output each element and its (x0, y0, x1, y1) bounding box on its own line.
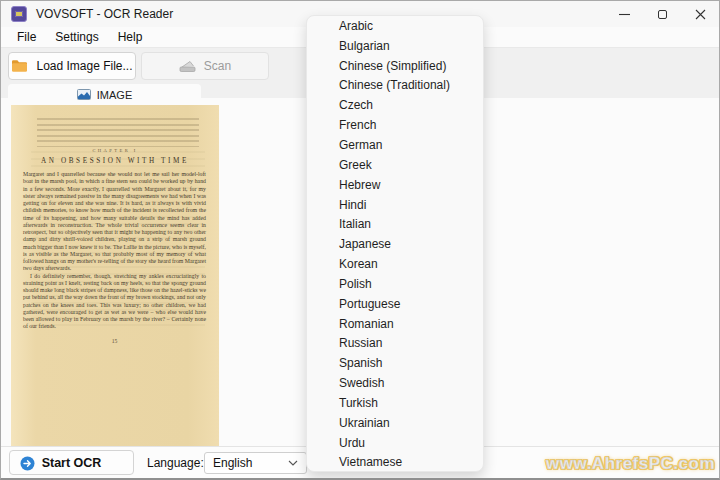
language-option[interactable]: Japanese (307, 234, 483, 254)
page-paragraph: Margaret and I quarrelled because she wo… (23, 171, 206, 273)
language-select-value: English (213, 456, 252, 470)
language-option[interactable]: Polish (307, 274, 483, 294)
minimize-icon (619, 9, 630, 20)
close-button[interactable] (681, 1, 719, 27)
chevron-down-icon (288, 460, 298, 466)
folder-icon (11, 59, 28, 73)
page-chapter-label: CHAPTER I (11, 148, 219, 153)
language-option[interactable]: Swedish (307, 373, 483, 393)
maximize-button[interactable] (643, 1, 681, 27)
language-option[interactable]: Hindi (307, 195, 483, 215)
start-arrow-icon (20, 456, 35, 471)
language-option[interactable]: Chinese (Simplified) (307, 56, 483, 76)
window-title: VOVSOFT - OCR Reader (36, 7, 173, 21)
image-icon (77, 89, 91, 100)
language-option[interactable]: Ukrainian (307, 413, 483, 433)
menu-item[interactable]: File (10, 30, 43, 44)
page-title: AN OBSESSION WITH TIME (11, 157, 219, 165)
language-option[interactable]: Portuguese (307, 294, 483, 314)
language-option[interactable]: Bulgarian (307, 36, 483, 56)
language-option[interactable]: German (307, 135, 483, 155)
scanner-icon (179, 60, 196, 73)
page-paragraph: I do definitely remember, though, stretc… (23, 273, 206, 331)
scan-label: Scan (204, 59, 231, 73)
load-image-label: Load Image File... (36, 59, 132, 73)
language-option[interactable]: Italian (307, 214, 483, 234)
page-bleedthrough (37, 118, 199, 147)
language-option[interactable]: Russian (307, 334, 483, 354)
language-select[interactable]: English (204, 452, 307, 474)
scanned-page: CHAPTER I AN OBSESSION WITH TIME Margare… (11, 105, 219, 446)
page-number: 15 (23, 338, 206, 344)
language-option[interactable]: Urdu (307, 433, 483, 453)
app-logo-icon (11, 6, 27, 22)
language-option[interactable]: Czech (307, 95, 483, 115)
language-label: Language: (147, 456, 204, 470)
language-option[interactable]: Hebrew (307, 175, 483, 195)
language-dropdown-list: ArabicBulgarianChinese (Simplified)Chine… (306, 15, 484, 472)
menu-item[interactable]: Settings (48, 30, 105, 44)
watermark: www.AhrefsPC.com (546, 454, 715, 474)
language-option[interactable]: Greek (307, 155, 483, 175)
language-option[interactable]: Turkish (307, 393, 483, 413)
language-option[interactable]: Korean (307, 254, 483, 274)
language-option[interactable]: Arabic (307, 16, 483, 36)
menu-item[interactable]: Help (111, 30, 150, 44)
start-ocr-button[interactable]: Start OCR (9, 450, 134, 475)
language-option[interactable]: French (307, 115, 483, 135)
language-option[interactable]: Vietnamese (307, 453, 483, 472)
maximize-icon (658, 10, 667, 19)
load-image-button[interactable]: Load Image File... (8, 52, 136, 80)
start-ocr-label: Start OCR (42, 456, 102, 470)
language-option[interactable]: Spanish (307, 353, 483, 373)
app-window: VOVSOFT - OCR Reader FileSettingsHelp Lo (0, 0, 720, 480)
language-option[interactable]: Chinese (Traditional) (307, 76, 483, 96)
tab-image-label: IMAGE (97, 89, 132, 101)
language-option[interactable]: Romanian (307, 314, 483, 334)
tab-image[interactable]: IMAGE (8, 84, 201, 105)
minimize-button[interactable] (605, 1, 643, 27)
close-icon (695, 9, 706, 20)
scan-button[interactable]: Scan (141, 52, 269, 80)
window-controls (605, 1, 719, 27)
page-body: Margaret and I quarrelled because she wo… (23, 171, 206, 344)
